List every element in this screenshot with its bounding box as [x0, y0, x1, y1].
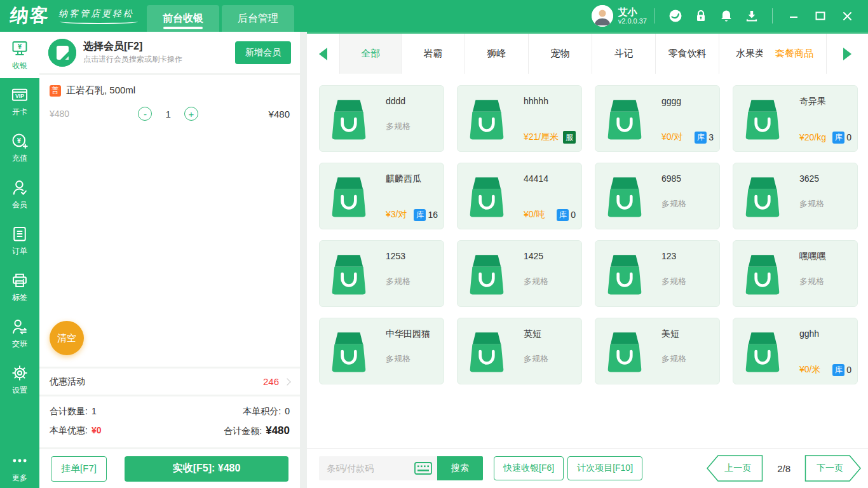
- product-price: ¥0/吨: [524, 209, 545, 220]
- product-name: 英短: [524, 329, 541, 340]
- product-card[interactable]: 6985 多规格: [595, 163, 720, 229]
- vip-card-icon: VIP: [11, 86, 29, 104]
- next-page-button[interactable]: 下一页: [804, 455, 862, 482]
- product-name: 1253: [386, 251, 405, 261]
- arrow-left-icon: [319, 48, 327, 60]
- svg-text:¥: ¥: [18, 43, 22, 50]
- member-card-icon: [48, 39, 76, 67]
- product-card[interactable]: 嘿嘿嘿 多规格: [733, 240, 858, 307]
- product-name: gghh: [799, 329, 819, 339]
- product-card[interactable]: 奇异果 ¥20/kg 库0: [733, 85, 858, 152]
- add-member-button[interactable]: 新增会员: [235, 41, 291, 64]
- cart-item-line-total: ¥480: [269, 109, 290, 119]
- product-card[interactable]: hhhhh ¥21/厘米 服: [457, 85, 582, 152]
- product-name: hhhhh: [524, 96, 548, 106]
- window-close-button[interactable]: [834, 0, 860, 32]
- product-card[interactable]: 1253 多规格: [319, 240, 444, 307]
- counted-item-button[interactable]: 计次项目[F10]: [567, 456, 642, 480]
- decrease-quantity-button[interactable]: -: [138, 107, 152, 121]
- category-tab[interactable]: 斗记: [592, 34, 656, 74]
- page-indicator: 2/8: [777, 463, 790, 474]
- product-card[interactable]: 3625 多规格: [733, 163, 858, 229]
- sidebar-item-settings[interactable]: 设置: [0, 356, 39, 403]
- product-card[interactable]: gghh ¥0/米 库0: [733, 318, 858, 384]
- select-member-button[interactable]: 选择会员[F2] 点击进行会员搜索或刷卡操作: [83, 40, 182, 64]
- product-card[interactable]: 44414 ¥0/吨 库0: [457, 163, 582, 229]
- barcode-input[interactable]: [319, 456, 409, 480]
- product-name: 嘿嘿嘿: [799, 251, 826, 262]
- cart-item-quantity: 1: [165, 109, 170, 119]
- checkout-button[interactable]: 实收[F5]: ¥480: [125, 456, 288, 482]
- shopping-bag-icon: [604, 329, 646, 374]
- quantity-stepper: - 1 +: [138, 107, 198, 121]
- promo-count: 246: [263, 376, 279, 387]
- sidebar-item-cashier[interactable]: ¥ 收银: [0, 32, 39, 78]
- sidebar-item-open-card[interactable]: VIP 开卡: [0, 78, 39, 125]
- avatar[interactable]: [592, 5, 613, 27]
- hold-order-button[interactable]: 挂单[F7]: [51, 456, 107, 482]
- main-nav: 前台收银 后台管理: [147, 5, 294, 32]
- shopping-bag-icon: [328, 252, 370, 296]
- shopping-bag-icon: [742, 174, 783, 219]
- category-scroll-left-button[interactable]: [307, 34, 340, 74]
- cart-item-unit-price: ¥480: [50, 109, 103, 119]
- cart-item[interactable]: 普 正岩石乳, 500ml ¥480 - 1 + ¥480: [39, 75, 300, 121]
- order-discount-label: 本单优惠:: [50, 425, 88, 437]
- quick-cashier-button[interactable]: 快速收银[F6]: [494, 456, 564, 480]
- product-card[interactable]: 麒麟西瓜 ¥3/对 库16: [319, 163, 444, 229]
- sidebar-item-shift[interactable]: 交班: [0, 310, 39, 356]
- svg-text:¥: ¥: [17, 136, 22, 144]
- tab-front-cashier[interactable]: 前台收银: [147, 5, 219, 32]
- product-card[interactable]: 中华田园猫 多规格: [319, 318, 444, 384]
- product-card[interactable]: 1425 多规格: [457, 240, 582, 307]
- window-maximize-button[interactable]: [807, 0, 834, 32]
- product-name: 44414: [524, 173, 548, 184]
- product-card[interactable]: 美短 多规格: [595, 318, 720, 384]
- lock-icon[interactable]: [688, 0, 714, 32]
- total-qty-label: 合计数量:: [50, 406, 88, 417]
- sidebar-item-label: 收银: [12, 60, 27, 71]
- product-name: 3625: [799, 173, 819, 184]
- sidebar-item-recharge[interactable]: ¥ 充值: [0, 125, 39, 171]
- customer-service-icon[interactable]: [663, 0, 688, 32]
- sidebar: ¥ 收银 VIP 开卡 ¥ 充值 会员 订单 标签 交班 设置: [0, 32, 39, 488]
- download-icon[interactable]: [739, 0, 764, 32]
- category-scroll-right-button[interactable]: [826, 34, 868, 74]
- sidebar-item-more[interactable]: 更多: [0, 447, 39, 488]
- shopping-bag-icon: [328, 97, 370, 141]
- sidebar-item-member[interactable]: 会员: [0, 171, 39, 217]
- promo-row[interactable]: 优惠活动 246: [39, 367, 300, 395]
- category-tab[interactable]: 岩霸: [402, 34, 465, 74]
- product-card[interactable]: dddd 多规格: [319, 85, 444, 152]
- product-card[interactable]: 英短 多规格: [457, 318, 582, 384]
- sidebar-item-label: 更多: [12, 473, 27, 484]
- category-tab[interactable]: 狮峰: [465, 34, 529, 74]
- category-bar: 全部 岩霸 狮峰 宠物 斗记 零食饮料 水果类 套餐商品: [307, 32, 868, 74]
- gear-icon: [11, 364, 29, 382]
- next-page-label: 下一页: [804, 455, 862, 482]
- category-tab[interactable]: 水果类: [719, 34, 763, 74]
- order-list-icon: [11, 225, 29, 243]
- order-points-label: 本单积分:: [243, 406, 281, 417]
- service-badge: 服: [563, 131, 576, 144]
- tab-backend-admin[interactable]: 后台管理: [222, 5, 294, 32]
- stock-badge: 库3: [695, 132, 714, 144]
- sidebar-item-label-print[interactable]: 标签: [0, 264, 39, 310]
- sidebar-item-orders[interactable]: 订单: [0, 217, 39, 264]
- category-tab-combo[interactable]: 套餐商品: [763, 34, 826, 74]
- clear-cart-button[interactable]: 清空: [50, 321, 84, 355]
- notification-bell-icon[interactable]: [714, 0, 739, 32]
- category-tab-all[interactable]: 全部: [340, 34, 402, 74]
- product-card[interactable]: gggg ¥0/对 库3: [595, 85, 720, 152]
- stock-badge: 库0: [557, 209, 576, 221]
- search-button[interactable]: 搜索: [437, 456, 483, 480]
- prev-page-button[interactable]: 上一页: [706, 455, 763, 482]
- category-tab[interactable]: 宠物: [529, 34, 592, 74]
- product-card[interactable]: 123 多规格: [595, 240, 720, 307]
- window-minimize-button[interactable]: [780, 0, 807, 32]
- shopping-bag-icon: [742, 329, 783, 374]
- keyboard-icon[interactable]: [409, 456, 437, 480]
- sidebar-item-label: 设置: [12, 385, 27, 396]
- category-tab[interactable]: 零食饮料: [656, 34, 719, 74]
- increase-quantity-button[interactable]: +: [184, 107, 198, 121]
